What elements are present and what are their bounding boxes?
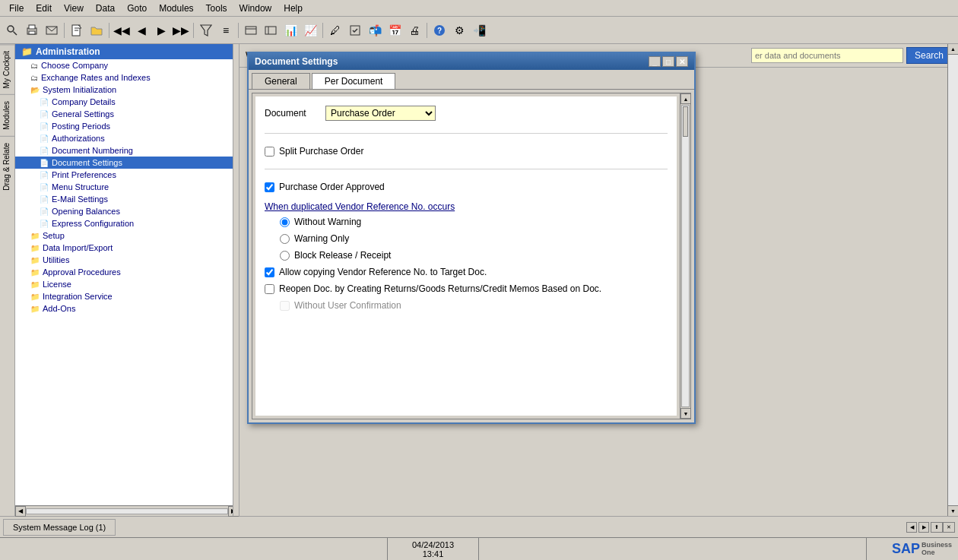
scroll-up-btn[interactable]: ▲ bbox=[680, 93, 691, 104]
toolbar-btn12[interactable]: 📅 bbox=[385, 21, 404, 40]
status-scroll-btn2[interactable]: ▶ bbox=[918, 522, 929, 533]
status-scroll-btn1[interactable]: ◀ bbox=[906, 522, 917, 533]
sidebar-admin-label: Administration bbox=[36, 46, 100, 57]
toolbar-btn13[interactable]: 🖨 bbox=[405, 21, 423, 40]
toolbar-open[interactable] bbox=[87, 21, 106, 40]
allow-copying-row: Allow copying Vendor Reference No. to Ta… bbox=[265, 267, 668, 277]
toolbar-nav4[interactable]: ▶▶ bbox=[172, 21, 190, 40]
sidebar-item-system-init[interactable]: 📂 System Initialization bbox=[15, 84, 239, 96]
toolbar-email[interactable] bbox=[43, 21, 61, 40]
po-approved-label: Purchase Order Approved bbox=[279, 182, 385, 192]
dialog-maximize-button[interactable]: □ bbox=[662, 56, 674, 67]
without-user-confirm-checkbox[interactable] bbox=[280, 301, 290, 311]
sidebar-item-choose-company[interactable]: 🗂 Choose Company bbox=[15, 59, 239, 71]
sidebar-item-express-config[interactable]: 📄 Express Configuration bbox=[15, 217, 239, 229]
sidebar-item-license[interactable]: 📁 License bbox=[15, 278, 239, 290]
sidebar-item-doc-settings[interactable]: 📄 Document Settings bbox=[15, 157, 239, 169]
sidebar-item-authorizations[interactable]: 📄 Authorizations bbox=[15, 132, 239, 144]
sidebar-item-general-settings[interactable]: 📄 General Settings bbox=[15, 108, 239, 120]
scroll-track[interactable] bbox=[681, 105, 690, 407]
menu-help[interactable]: Help bbox=[278, 2, 309, 15]
dialog-minimize-button[interactable]: _ bbox=[649, 56, 661, 67]
sidebar-item-integration-service[interactable]: 📁 Integration Service bbox=[15, 290, 239, 302]
authorizations-icon: 📄 bbox=[40, 134, 49, 143]
toolbar-btn11[interactable]: 📬 bbox=[366, 21, 384, 40]
setup-label: Setup bbox=[43, 231, 65, 240]
menu-bar: File Edit View Data Goto Modules Tools W… bbox=[0, 0, 958, 17]
dialog-tab-per-document[interactable]: Per Document bbox=[312, 73, 396, 89]
sidebar-item-posting-periods[interactable]: 📄 Posting Periods bbox=[15, 120, 239, 132]
menu-goto[interactable]: Goto bbox=[121, 2, 153, 15]
sidebar-item-email-settings[interactable]: 📄 E-Mail Settings bbox=[15, 193, 239, 205]
toolbar-btn9[interactable]: 🖊 bbox=[326, 21, 344, 40]
toolbar-nav2[interactable]: ◀ bbox=[132, 21, 151, 40]
warning-only-radio[interactable] bbox=[280, 234, 290, 244]
menu-window[interactable]: Window bbox=[233, 2, 278, 15]
sidebar-item-menu-structure[interactable]: 📄 Menu Structure bbox=[15, 181, 239, 193]
toolbar-btn7[interactable]: 📊 bbox=[281, 21, 300, 40]
without-user-confirm-label: Without User Confirmation bbox=[294, 300, 401, 311]
strip-tab-drag[interactable]: Drag & Relate bbox=[0, 136, 14, 197]
document-select[interactable]: Purchase Order Sales Order Invoice bbox=[325, 106, 436, 121]
split-purchase-order-checkbox[interactable] bbox=[265, 147, 274, 157]
sidebar-item-add-ons[interactable]: 📁 Add-Ons bbox=[15, 302, 239, 315]
status-close-btn[interactable]: ✕ bbox=[943, 522, 955, 533]
sidebar-item-print-prefs[interactable]: 📄 Print Preferences bbox=[15, 169, 239, 181]
toolbar-nav1[interactable]: ◀◀ bbox=[113, 21, 131, 40]
sidebar-hscroll-track[interactable] bbox=[26, 508, 228, 514]
sidebar-item-exchange-rates[interactable]: 🗂 Exchange Rates and Indexes bbox=[15, 71, 239, 84]
menu-edit[interactable]: Edit bbox=[30, 2, 58, 15]
toolbar-btn5[interactable] bbox=[242, 21, 260, 40]
sidebar-item-opening-balances[interactable]: 📄 Opening Balances bbox=[15, 205, 239, 217]
sidebar-item-setup[interactable]: 📁 Setup bbox=[15, 229, 239, 242]
block-release-radio[interactable] bbox=[280, 251, 290, 261]
toolbar-btn8[interactable]: 📈 bbox=[301, 21, 319, 40]
main-scroll-up[interactable]: ▲ bbox=[948, 44, 958, 55]
sidebar-header-administration[interactable]: 📁 Administration bbox=[15, 44, 239, 59]
menu-tools[interactable]: Tools bbox=[200, 2, 233, 15]
toolbar-btn15[interactable]: 📲 bbox=[470, 21, 488, 40]
status-restore-btn[interactable]: ⬆ bbox=[931, 522, 943, 533]
menu-modules[interactable]: Modules bbox=[153, 2, 199, 15]
toolbar-btn6[interactable] bbox=[262, 21, 280, 40]
po-approved-checkbox[interactable] bbox=[265, 182, 274, 192]
dialog-titlebar: Document Settings _ □ ✕ bbox=[249, 53, 694, 70]
sap-logo: SAP BusinessOne bbox=[867, 541, 958, 557]
strip-tab-cockpit[interactable]: My Cockpit bbox=[0, 44, 14, 94]
allow-copying-checkbox[interactable] bbox=[265, 267, 274, 277]
dialog-close-button[interactable]: ✕ bbox=[676, 56, 688, 67]
sidebar-item-company-details[interactable]: 📄 Company Details bbox=[15, 96, 239, 108]
strip-tab-modules[interactable]: Modules bbox=[0, 94, 14, 136]
sidebar-item-doc-numbering[interactable]: 📄 Document Numbering bbox=[15, 144, 239, 157]
main-scroll-down[interactable]: ▼ bbox=[948, 505, 958, 516]
toolbar-btn14[interactable]: ⚙ bbox=[450, 21, 468, 40]
system-message-log-tab[interactable]: System Message Log (1) bbox=[3, 519, 116, 536]
toolbar-print[interactable] bbox=[23, 21, 41, 40]
opening-balances-label: Opening Balances bbox=[52, 207, 120, 216]
without-warning-radio[interactable] bbox=[280, 217, 290, 227]
scroll-down-btn[interactable]: ▼ bbox=[680, 408, 691, 419]
dialog-vscrollbar: ▲ ▼ bbox=[680, 93, 690, 419]
vendor-ref-label: When duplicated Vendor Reference No. occ… bbox=[265, 201, 668, 212]
toolbar-nav3[interactable]: ▶ bbox=[152, 21, 170, 40]
sidebar-item-data-import[interactable]: 📁 Data Import/Export bbox=[15, 242, 239, 254]
toolbar-find[interactable] bbox=[3, 21, 21, 40]
toolbar-new[interactable] bbox=[68, 21, 86, 40]
scroll-thumb[interactable] bbox=[683, 106, 688, 137]
sidebar-scroll-left[interactable]: ◀ bbox=[15, 506, 26, 517]
toolbar-sort[interactable]: ≡ bbox=[217, 21, 235, 40]
sidebar-item-utilities[interactable]: 📁 Utilities bbox=[15, 254, 239, 266]
company-details-label: Company Details bbox=[52, 97, 116, 106]
menu-data[interactable]: Data bbox=[90, 2, 121, 15]
toolbar-btn10[interactable] bbox=[346, 21, 364, 40]
sidebar-item-approval-procedures[interactable]: 📁 Approval Procedures bbox=[15, 266, 239, 278]
dialog-tab-general[interactable]: General bbox=[252, 73, 310, 89]
main-scroll-track[interactable] bbox=[948, 55, 958, 505]
toolbar-help[interactable]: ? bbox=[430, 21, 449, 40]
sidebar-resize-handle[interactable] bbox=[233, 44, 239, 516]
menu-view[interactable]: View bbox=[58, 2, 90, 15]
menu-file[interactable]: File bbox=[3, 2, 30, 15]
reopen-doc-checkbox[interactable] bbox=[265, 284, 274, 294]
toolbar-filter[interactable] bbox=[197, 21, 215, 40]
without-warning-row: Without Warning bbox=[280, 217, 668, 227]
